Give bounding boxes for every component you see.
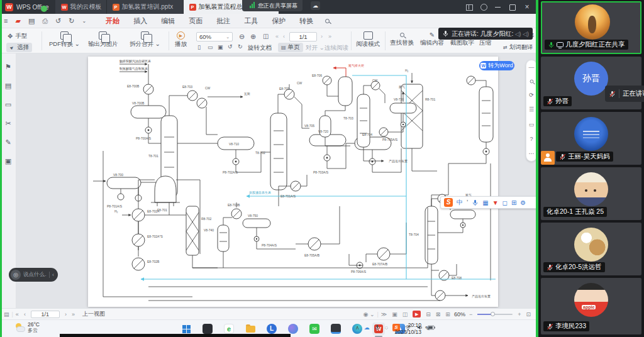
- zoom-out-icon[interactable]: ⊖: [239, 33, 245, 41]
- participant-tile-sharing[interactable]: 几度夕阳红正在共享: [541, 1, 641, 54]
- taskbar-app-mail[interactable]: ✉: [308, 323, 321, 335]
- zoom-in-icon[interactable]: ⊕: [250, 33, 256, 41]
- ime-settings-icon[interactable]: ⚙: [520, 199, 526, 206]
- export-image-button[interactable]: 输出为图片: [88, 31, 118, 48]
- close-button[interactable]: ×: [523, 3, 531, 11]
- pdf-convert-button[interactable]: PDF转换 ⌄: [49, 31, 80, 48]
- fit-page-status-icon[interactable]: ⊠: [436, 311, 441, 318]
- next-page-nav-icon[interactable]: ›: [65, 311, 67, 318]
- keyboard-icon[interactable]: ▦: [482, 199, 488, 206]
- rotate-doc-button[interactable]: 旋转文档: [248, 44, 272, 52]
- theme-icon[interactable]: [480, 3, 487, 11]
- more-icon[interactable]: ⋯: [529, 151, 535, 157]
- next-page-icon[interactable]: ›: [321, 33, 323, 40]
- last-page-icon[interactable]: »: [328, 33, 331, 40]
- save-icon[interactable]: ▤: [28, 17, 35, 25]
- refresh-icon[interactable]: ⟳: [529, 92, 534, 98]
- taskbar-weather[interactable]: 26°C 多云: [15, 321, 40, 333]
- taskbar-clock[interactable]: 20:10 2023/10/13: [394, 322, 421, 336]
- capture-region-icon[interactable]: ▭: [529, 122, 535, 128]
- wps-home-icon[interactable]: ▰: [15, 17, 20, 25]
- tray-sync-icon[interactable]: ◌: [385, 324, 388, 331]
- presentation-play-button[interactable]: ▶: [413, 311, 421, 318]
- eye-view-icon[interactable]: ◉ ⌄: [364, 311, 375, 318]
- fit-height-status-icon[interactable]: ⊞: [445, 311, 450, 318]
- menu-convert[interactable]: 转换: [292, 14, 320, 28]
- menu-comment[interactable]: 批注: [209, 14, 237, 28]
- rotate-right-icon[interactable]: ↻: [238, 43, 243, 50]
- taskbar-app-swirl[interactable]: [287, 323, 299, 335]
- prev-view-button[interactable]: 上一视图: [82, 310, 105, 318]
- comment-icon[interactable]: ▭: [4, 100, 13, 109]
- select-tool[interactable]: ► 选择: [6, 43, 32, 52]
- last-page-nav-icon[interactable]: »: [72, 311, 75, 318]
- sogou-logo-icon[interactable]: S: [444, 198, 453, 207]
- zoom-combo[interactable]: 60%⌄: [196, 32, 233, 41]
- read-mode-button[interactable]: 阅读模式: [356, 31, 380, 48]
- print-icon[interactable]: ⎙: [42, 17, 48, 25]
- first-page-icon[interactable]: «: [275, 33, 279, 40]
- hamburger-menu-icon[interactable]: ≡: [4, 17, 8, 25]
- maximize-button[interactable]: [509, 3, 516, 11]
- autoscroll-icon[interactable]: ≫: [381, 311, 387, 318]
- zoom-slider[interactable]: [477, 314, 513, 315]
- lang-mode-icon[interactable]: 中: [457, 198, 463, 207]
- menu-home[interactable]: 开始: [99, 14, 126, 28]
- menu-protect[interactable]: 保护: [265, 14, 292, 28]
- collapse-icon[interactable]: —: [529, 65, 535, 70]
- split-merge-button[interactable]: 拆分合并 ⌄: [130, 31, 160, 48]
- pdf-page[interactable]: 触媒裂解汽油自罐区来制氢解吸气自制氢来E8-700BV8-700BP8-700A…: [88, 57, 498, 307]
- participant-tile[interactable]: 王丽-昊天妈妈: [541, 112, 641, 165]
- search-icon[interactable]: [325, 19, 330, 23]
- attachment-icon[interactable]: ✂: [4, 119, 13, 128]
- facing-pages-icon[interactable]: ◫: [263, 33, 269, 40]
- undo-icon[interactable]: ↺: [55, 17, 61, 25]
- tab-pptx[interactable]: P 加氢装置培训.pptx: [107, 0, 184, 14]
- fit-page-icon[interactable]: ▭: [208, 44, 213, 50]
- fit-width-status-icon[interactable]: ⊟: [426, 311, 431, 318]
- menu-page[interactable]: 页面: [182, 14, 209, 28]
- settings-sliders-icon[interactable]: ☰: [529, 107, 534, 113]
- collapse-chevron-icon[interactable]: ‹: [49, 272, 54, 278]
- doc-search-icon[interactable]: [530, 80, 533, 84]
- participant-tile[interactable]: 化卓20-5洪远哲: [541, 223, 641, 275]
- layout-facing-icon[interactable]: ◫: [402, 311, 408, 318]
- voice-input-icon[interactable]: [472, 199, 479, 206]
- first-page-nav-icon[interactable]: «: [16, 311, 19, 318]
- menu-edit[interactable]: 编辑: [154, 14, 182, 28]
- zoom-plus-icon[interactable]: +: [518, 311, 521, 318]
- chat-quick-bubble[interactable]: ◎ 说点什么... ‹: [9, 268, 58, 282]
- tray-chevron-icon[interactable]: ∧: [355, 324, 360, 331]
- layout-icon[interactable]: [465, 3, 473, 11]
- toolbox-grid-icon[interactable]: ⊞: [511, 199, 516, 206]
- participant-tile[interactable]: apple 李境民233: [541, 278, 641, 334]
- hand-tool[interactable]: ✥ 手型: [8, 32, 27, 40]
- pen-input-icon[interactable]: ✎: [425, 325, 430, 332]
- chat-placeholder[interactable]: 说点什么...: [23, 271, 47, 279]
- layout-single-icon[interactable]: ▣: [392, 311, 397, 318]
- menu-insert[interactable]: 插入: [126, 14, 154, 28]
- punctuation-icon[interactable]: ’: [467, 199, 468, 206]
- emoji-panel-icon[interactable]: ◻: [502, 199, 508, 206]
- prev-page-icon[interactable]: ‹: [283, 33, 285, 40]
- convert-to-word-button[interactable]: W 转为Word: [479, 61, 514, 70]
- help-icon[interactable]: ?: [530, 136, 533, 142]
- fullscreen-icon[interactable]: ⊡: [526, 311, 531, 318]
- skin-icon[interactable]: ▼: [492, 199, 499, 206]
- continuous-button[interactable]: 连续阅读: [325, 44, 348, 52]
- menu-tools[interactable]: 工具: [237, 14, 265, 28]
- signature-icon[interactable]: ✎: [4, 138, 13, 146]
- bookmark-icon[interactable]: ⚑: [4, 62, 13, 71]
- tray-mic-icon[interactable]: [374, 324, 380, 331]
- taskbar-app-lenovo[interactable]: L: [265, 323, 278, 335]
- minimize-button[interactable]: [494, 3, 502, 11]
- participant-tile[interactable]: 化卓20-1 王孔焱 25: [541, 167, 641, 220]
- onedrive-icon[interactable]: ☁: [364, 324, 370, 331]
- taskbar-app-dark2[interactable]: [330, 323, 342, 335]
- rotate-left-icon[interactable]: ↺: [228, 43, 233, 50]
- start-button[interactable]: [180, 323, 192, 335]
- quickbar-more-icon[interactable]: ⌄: [82, 18, 87, 24]
- stamp-icon[interactable]: ▣: [4, 157, 13, 165]
- statusbar-page-indicator[interactable]: 1/1: [31, 311, 60, 318]
- find-replace-button[interactable]: 查找替换: [390, 31, 414, 47]
